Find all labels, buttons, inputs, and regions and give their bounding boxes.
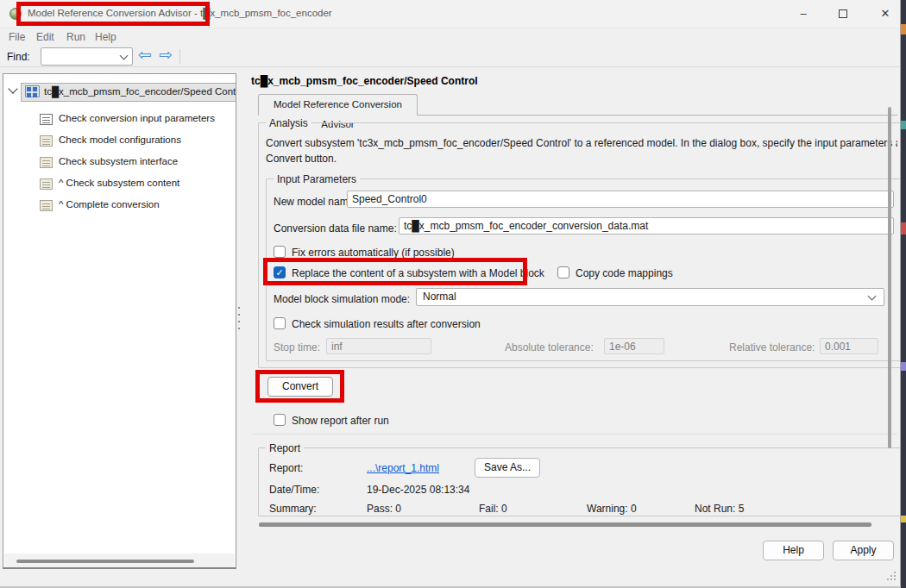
menu-help[interactable]: Help bbox=[95, 31, 116, 43]
tree-item-check-subsystem-content[interactable]: ^ Check subsystem content bbox=[59, 178, 179, 188]
find-input[interactable] bbox=[41, 47, 133, 66]
model-reference-conversion-advisor-window: Model Reference Conversion Advisor - t█x… bbox=[0, 0, 906, 588]
summary-pass: Pass: 0 bbox=[367, 503, 401, 515]
stop-time-label: Stop time: bbox=[274, 341, 320, 353]
check-document-icon bbox=[40, 200, 53, 211]
convert-button[interactable]: Convert bbox=[267, 377, 333, 397]
save-as-button[interactable]: Save As... bbox=[475, 458, 540, 478]
show-report-label: Show report after run bbox=[292, 415, 389, 427]
tree-item-check-model-configurations[interactable]: Check model configurations bbox=[59, 134, 181, 145]
tree-item-check-subsystem-interface[interactable]: Check subsystem interface bbox=[59, 156, 178, 166]
tree-item-check-input-parameters[interactable]: Check conversion input parameters bbox=[59, 113, 215, 123]
arrow-left-icon: ⇦ bbox=[138, 46, 152, 64]
subsystem-folder-icon bbox=[25, 85, 40, 97]
background-window-sliver bbox=[901, 0, 906, 588]
close-button[interactable]: ✕ bbox=[871, 0, 900, 27]
fix-errors-label: Fix errors automatically (if possible) bbox=[292, 247, 455, 259]
panel-splitter-handle[interactable] bbox=[238, 307, 240, 333]
new-model-name-label: New model name: bbox=[274, 196, 357, 208]
check-sim-results-checkbox[interactable] bbox=[274, 317, 286, 329]
report-groupbox bbox=[258, 447, 906, 516]
maximize-icon bbox=[839, 9, 847, 18]
abs-tolerance-field: 1e-06 bbox=[604, 338, 664, 354]
conversion-data-file-field[interactable]: tc█x_mcb_pmsm_foc_encoder_conversion_dat… bbox=[399, 217, 894, 235]
minimize-icon: – bbox=[800, 7, 806, 20]
background-speck bbox=[901, 121, 906, 129]
tab-strip-divider bbox=[418, 115, 897, 116]
summary-warning: Warning: 0 bbox=[587, 503, 637, 515]
summary-fail: Fail: 0 bbox=[479, 503, 507, 515]
replace-content-checkbox[interactable]: ✓ bbox=[274, 266, 286, 278]
check-document-icon bbox=[40, 157, 53, 168]
datetime-value: 19-Dec-2025 08:13:34 bbox=[367, 484, 469, 496]
tree-expander-icon[interactable] bbox=[8, 84, 17, 93]
menu-file[interactable]: File bbox=[9, 31, 25, 43]
sim-mode-label: Model block simulation mode: bbox=[274, 293, 410, 305]
section-divider bbox=[252, 434, 897, 435]
chevron-down-icon bbox=[868, 292, 877, 301]
find-label: Find: bbox=[7, 51, 30, 63]
sim-mode-value: Normal bbox=[423, 291, 456, 303]
minimize-button[interactable]: – bbox=[789, 0, 818, 27]
abs-tolerance-label: Absolute tolerance: bbox=[505, 341, 594, 353]
tree-item-complete-conversion[interactable]: ^ Complete conversion bbox=[59, 199, 160, 210]
check-tree-panel: tc█x_mcb_pmsm_foc_encoder/Speed Control … bbox=[3, 73, 236, 569]
report-group-label: Report bbox=[266, 442, 304, 454]
find-next-button[interactable]: ⇨ bbox=[159, 45, 173, 66]
toolbar-divider bbox=[0, 66, 901, 67]
content-hscrollbar[interactable] bbox=[259, 522, 871, 527]
stop-time-field: inf bbox=[326, 338, 431, 354]
new-model-name-field[interactable]: Speed_Control0 bbox=[347, 191, 894, 208]
replace-content-label: Replace the content of a subsystem with … bbox=[292, 267, 544, 279]
tree-root-label: tc█x_mcb_pmsm_foc_encoder/Speed Control bbox=[44, 86, 236, 97]
close-icon: ✕ bbox=[881, 7, 890, 20]
rel-tolerance-field: 0.001 bbox=[820, 338, 878, 354]
rel-tolerance-label: Relative tolerance: bbox=[729, 341, 815, 353]
copy-code-mappings-checkbox[interactable] bbox=[557, 266, 569, 278]
chevron-down-icon bbox=[120, 52, 129, 60]
conversion-data-file-label: Conversion data file name: bbox=[274, 222, 397, 235]
analysis-description-line2: Convert button. bbox=[266, 153, 337, 165]
find-previous-button[interactable]: ⇦ bbox=[138, 45, 152, 66]
check-icon: ✓ bbox=[275, 267, 283, 278]
apply-button[interactable]: Apply bbox=[833, 541, 894, 560]
summary-label: Summary: bbox=[269, 503, 317, 515]
background-speck bbox=[901, 362, 906, 371]
menu-run[interactable]: Run bbox=[66, 31, 85, 43]
app-icon bbox=[9, 8, 22, 20]
check-document-icon bbox=[40, 178, 53, 190]
content-vscrollbar[interactable] bbox=[888, 107, 891, 448]
copy-code-mappings-label: Copy code mappings bbox=[576, 267, 673, 279]
report-label: Report: bbox=[269, 462, 303, 474]
check-document-icon bbox=[40, 114, 53, 125]
arrow-right-icon: ⇨ bbox=[159, 46, 173, 64]
page-title: tc█x_mcb_pmsm_foc_encoder/Speed Control bbox=[251, 75, 478, 87]
titlebar-divider bbox=[0, 28, 901, 28]
background-speck bbox=[901, 222, 906, 235]
analysis-description-line1: Convert subsystem 'tc3x_mcb_pmsm_foc_enc… bbox=[266, 137, 897, 149]
datetime-label: Date/Time: bbox=[269, 484, 319, 496]
window-title: Model Reference Conversion Advisor - t█x… bbox=[28, 8, 332, 18]
background-speck bbox=[901, 24, 906, 34]
summary-not-run: Not Run: 5 bbox=[695, 503, 744, 515]
report-link[interactable]: ...\report_1.html bbox=[367, 462, 439, 474]
fix-errors-checkbox[interactable] bbox=[274, 246, 286, 258]
analysis-group-label: Analysis bbox=[266, 117, 311, 129]
help-button[interactable]: Help bbox=[763, 541, 824, 560]
background-speck bbox=[901, 516, 906, 522]
menu-edit[interactable]: Edit bbox=[36, 31, 54, 43]
check-sim-results-label: Check simulation results after conversio… bbox=[292, 318, 481, 330]
input-parameters-group-label: Input Parameters bbox=[274, 173, 360, 185]
toolbar-separator bbox=[179, 49, 180, 64]
check-document-icon bbox=[40, 135, 53, 147]
tree-hscrollbar[interactable] bbox=[16, 560, 194, 563]
sim-mode-dropdown[interactable]: Normal bbox=[416, 288, 884, 306]
window-resize-grip[interactable] bbox=[887, 572, 889, 573]
tab-model-reference-conversion-advisor[interactable]: Model Reference Conversion Advisor bbox=[258, 94, 418, 116]
show-report-checkbox[interactable] bbox=[274, 414, 286, 426]
